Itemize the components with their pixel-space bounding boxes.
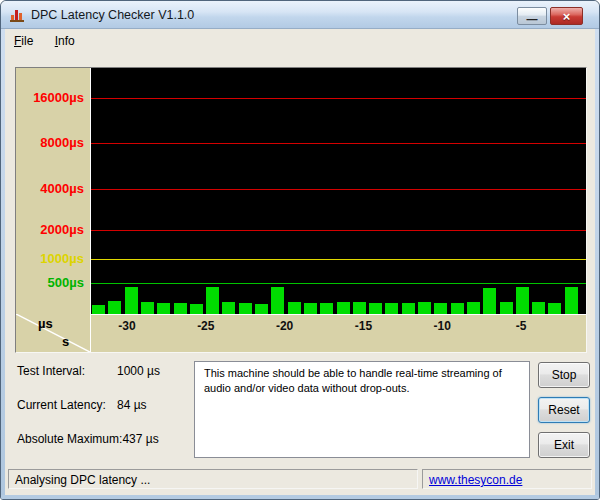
- latency-bar: [532, 302, 545, 314]
- stat-value: 437 µs: [122, 432, 158, 446]
- window-frame-bottom: [1, 495, 599, 499]
- menubar: File Info: [5, 30, 595, 54]
- x-tick-label: -30: [105, 319, 149, 333]
- thesycon-link[interactable]: www.thesycon.de: [429, 473, 522, 487]
- x-tick-label: -10: [420, 319, 464, 333]
- result-message-box: This machine should be able to handle re…: [194, 361, 530, 458]
- menu-info[interactable]: Info: [46, 30, 84, 53]
- close-icon: ×: [563, 10, 571, 23]
- latency-bar: [434, 303, 447, 314]
- axis-diagonal-line: [16, 314, 90, 352]
- latency-bar: [304, 303, 317, 314]
- y-axis-line: [90, 68, 91, 352]
- window-frame-left: [1, 29, 5, 499]
- x-tick-label: -20: [263, 319, 307, 333]
- gridline-4000: [90, 189, 586, 190]
- stat-value: 1000 µs: [117, 364, 160, 378]
- x-tick-label: -25: [184, 319, 228, 333]
- stop-button[interactable]: Stop: [538, 362, 590, 388]
- latency-bar: [222, 302, 235, 314]
- stat-value: 84 µs: [117, 398, 147, 412]
- y-tick-label: 8000µs: [18, 135, 84, 151]
- y-tick-label: 2000µs: [18, 222, 84, 238]
- window-title: DPC Latency Checker V1.1.0: [31, 1, 194, 29]
- y-tick-label: 1000µs: [18, 251, 84, 267]
- y-axis-strip: 16000µs8000µs4000µs2000µs1000µs500µs: [16, 68, 90, 314]
- latency-bar: [239, 303, 252, 314]
- latency-bar: [516, 287, 529, 314]
- stat-current-latency: Current Latency: 84 µs: [17, 398, 192, 412]
- latency-bar: [108, 301, 121, 314]
- latency-bar: [548, 303, 561, 314]
- latency-bar: [190, 304, 203, 314]
- gridline-2000: [90, 230, 586, 231]
- latency-bar: [206, 287, 219, 314]
- latency-bar: [288, 302, 301, 314]
- app-window: DPC Latency Checker V1.1.0 — × File Info…: [0, 0, 600, 500]
- app-icon[interactable]: [9, 7, 25, 23]
- latency-bar: [402, 303, 415, 314]
- x-axis-strip: µs s -30-25-20-15-10-5: [16, 314, 586, 352]
- window-frame-right: [595, 29, 599, 499]
- latency-bar: [483, 288, 496, 314]
- latency-bar: [255, 304, 268, 314]
- latency-bar: [353, 302, 366, 314]
- latency-bar: [418, 302, 431, 314]
- reset-button[interactable]: Reset: [538, 397, 590, 423]
- stat-label: Test Interval:: [17, 364, 117, 378]
- close-button[interactable]: ×: [550, 7, 583, 25]
- x-tick-label: -5: [499, 319, 543, 333]
- latency-bar: [500, 302, 513, 314]
- latency-bar: [451, 303, 464, 314]
- status-text: Analysing DPC latency ...: [15, 473, 150, 487]
- x-tick-label: -15: [341, 319, 385, 333]
- gridline-500: [90, 283, 586, 284]
- gridline-1000: [90, 259, 586, 260]
- latency-chart: 16000µs8000µs4000µs2000µs1000µs500µs µs …: [15, 67, 587, 353]
- stat-test-interval: Test Interval: 1000 µs: [17, 364, 192, 378]
- menu-file[interactable]: File: [5, 30, 42, 53]
- y-tick-label: 500µs: [18, 275, 84, 291]
- y-unit-label: µs: [38, 316, 53, 331]
- plot-area: [90, 68, 586, 314]
- titlebar[interactable]: DPC Latency Checker V1.1.0 — ×: [1, 1, 599, 29]
- latency-bar: [174, 303, 187, 314]
- y-tick-label: 16000µs: [18, 90, 84, 106]
- status-link-cell: www.thesycon.de: [422, 469, 592, 489]
- axis-corner: µs s: [16, 314, 90, 352]
- minimize-button[interactable]: —: [517, 7, 547, 25]
- gridline-16000: [90, 98, 586, 99]
- gridline-8000: [90, 143, 586, 144]
- y-tick-label: 4000µs: [18, 181, 84, 197]
- latency-bar: [320, 303, 333, 314]
- latency-bar: [141, 302, 154, 314]
- x-axis-line: [90, 314, 586, 315]
- exit-button[interactable]: Exit: [538, 432, 590, 458]
- latency-bar: [337, 302, 350, 314]
- latency-bar: [125, 287, 138, 314]
- minimize-icon: —: [527, 14, 538, 25]
- latency-bar: [565, 287, 578, 314]
- latency-bar: [369, 303, 382, 314]
- latency-bar: [92, 305, 105, 314]
- latency-bar: [157, 303, 170, 314]
- latency-bar: [467, 302, 480, 314]
- latency-bar: [385, 303, 398, 314]
- stat-absolute-maximum: Absolute Maximum: 437 µs: [17, 432, 192, 446]
- stat-label: Absolute Maximum:: [17, 432, 122, 446]
- latency-bar: [271, 287, 284, 314]
- x-unit-label: s: [62, 334, 69, 349]
- stat-label: Current Latency:: [17, 398, 117, 412]
- status-text-cell: Analysing DPC latency ...: [8, 469, 418, 489]
